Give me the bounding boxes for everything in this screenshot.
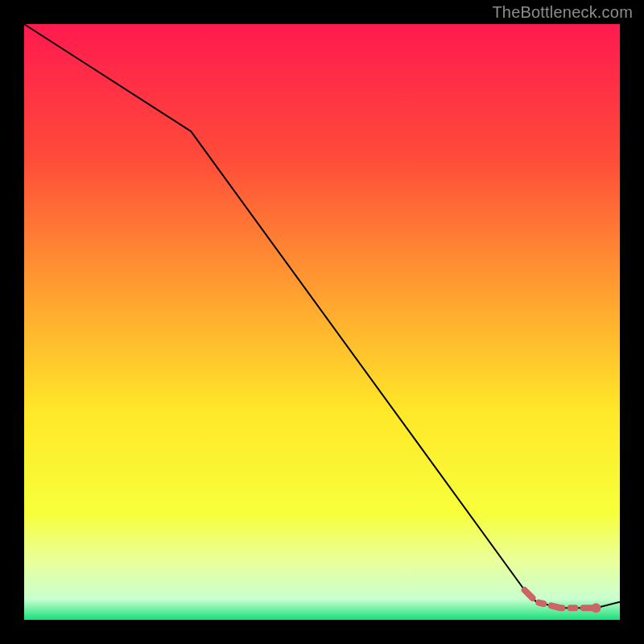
chart-svg (0, 0, 644, 644)
terminal-dot (591, 603, 601, 613)
watermark-text: TheBottleneck.com (492, 3, 633, 22)
plot-background (24, 24, 620, 620)
chart-stage: TheBottleneck.com (0, 0, 644, 644)
